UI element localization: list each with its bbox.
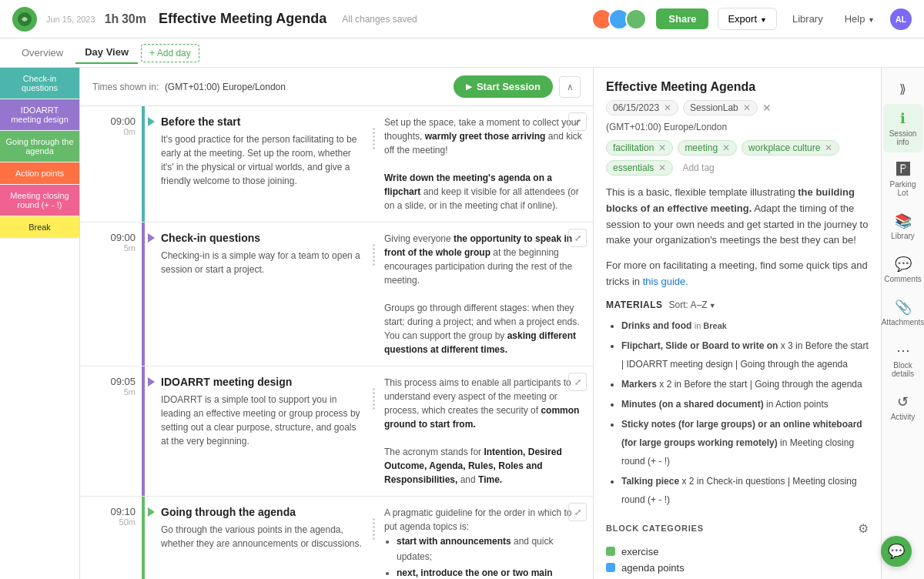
sidebar-item-idoarrt[interactable]: IDOARRT meeting design xyxy=(0,99,79,131)
add-day-button[interactable]: + Add day xyxy=(141,44,199,62)
tab-day-view[interactable]: Day View xyxy=(75,42,138,64)
tag-essentials: essentials ✕ xyxy=(606,160,673,176)
sidebar-item-action-points[interactable]: Action points xyxy=(0,162,79,185)
panel-icon-strip: ⟫ ℹ Session info 🅿 Parking Lot 📚 Library… xyxy=(881,68,924,579)
material-item-3: Markers x 2 in Before the start | Going … xyxy=(621,375,869,393)
panel-icon-library[interactable]: 📚 Library xyxy=(883,206,923,246)
panel-icon-parking-lot[interactable]: 🅿 Parking Lot xyxy=(883,156,923,203)
categories-settings-button[interactable]: ⚙ xyxy=(858,521,869,536)
block-content-3: Going through the agenda Go through the … xyxy=(155,497,593,579)
block-categories-header: BLOCK CATEGORIES ⚙ xyxy=(606,521,869,536)
date-close-button[interactable]: ✕ xyxy=(664,102,671,113)
material-item-1: Drinks and food in Break xyxy=(621,316,869,335)
drag-handle-2[interactable] xyxy=(370,376,378,487)
agenda-block-before-start: 09:00 0m Before the start It's good prac… xyxy=(80,106,593,223)
expand-button-2[interactable]: ⤢ xyxy=(568,373,587,391)
drag-handle-3[interactable] xyxy=(370,506,378,579)
block-time-3: 09:10 50m xyxy=(80,497,142,579)
avatar-group xyxy=(591,8,647,30)
tag-close-meeting[interactable]: ✕ xyxy=(722,142,730,153)
block-title-1: Check-in questions xyxy=(161,232,363,244)
panel-icon-comments[interactable]: 💬 Comments xyxy=(883,249,923,290)
expand-button-1[interactable]: ⤢ xyxy=(568,229,587,247)
start-session-button[interactable]: ▶ Start Session xyxy=(454,75,553,98)
user-avatar[interactable]: AL xyxy=(890,8,912,30)
guide-link[interactable]: this guide. xyxy=(643,276,688,287)
collapse-button[interactable]: ∧ xyxy=(559,76,581,98)
sidebar-item-check-in[interactable]: Check-in questions xyxy=(0,68,79,99)
block-desc-1: Checking-in is a simple way for a team t… xyxy=(161,249,363,276)
info-icon: ℹ xyxy=(900,110,906,127)
tag-close-facilitation[interactable]: ✕ xyxy=(658,142,666,153)
add-tag-button[interactable]: Add tag xyxy=(678,161,718,175)
sidebar-item-closing-round[interactable]: Meeting closing round (+ - !) xyxy=(0,185,79,216)
subnav: Overview Day View + Add day xyxy=(0,38,924,68)
panel-icon-activity[interactable]: ↺ Activity xyxy=(883,387,923,427)
panel-content: Effective Meeting Agenda 06/15/2023 ✕ Se… xyxy=(594,68,881,579)
block-right-0: Set up the space, take a moment to colle… xyxy=(384,115,587,213)
material-item-6: Talking piece x 2 in Check-in questions … xyxy=(621,472,869,509)
arrow-2 xyxy=(145,366,155,496)
block-right-2: This process aims to enable all particip… xyxy=(384,376,587,487)
tag-close-essentials[interactable]: ✕ xyxy=(658,162,666,173)
panel-meta: 06/15/2023 ✕ SessionLab ✕ ✕ xyxy=(606,100,869,115)
topbar-right: Share Export Library Help AL xyxy=(591,8,912,30)
block-right-1: Giving everyone the opportunity to speak… xyxy=(384,232,587,356)
meta-close-all-button[interactable]: ✕ xyxy=(762,102,772,114)
materials-header: MATERIALS Sort: A–Z xyxy=(606,300,869,310)
tag-meeting: meeting ✕ xyxy=(678,140,737,156)
help-button[interactable]: Help xyxy=(839,8,881,29)
block-left-3: Going through the agenda Go through the … xyxy=(161,506,363,579)
panel-title: Effective Meeting Agenda xyxy=(606,80,869,94)
sort-button[interactable]: Sort: A–Z xyxy=(669,300,716,310)
tags-row: facilitation ✕ meeting ✕ workplace cultu… xyxy=(606,140,869,176)
sidebar-item-break[interactable]: Break xyxy=(0,216,79,239)
drag-handle-1[interactable] xyxy=(370,232,378,356)
category-exercise: exercise xyxy=(606,544,869,560)
agenda-points-color-dot xyxy=(606,563,615,572)
arrow-1 xyxy=(145,223,155,366)
panel-icon-attachments[interactable]: 📎 Attachments xyxy=(883,293,923,333)
source-badge: SessionLab ✕ xyxy=(683,100,758,115)
block-title-2: IDOARRT meeting design xyxy=(161,376,363,388)
right-panel: Effective Meeting Agenda 06/15/2023 ✕ Se… xyxy=(593,68,924,579)
block-time-2: 09:05 5m xyxy=(80,366,142,496)
expand-button-3[interactable]: ⤢ xyxy=(568,503,587,521)
panel-guide-text: For more on facilitating a meeting, find… xyxy=(606,258,869,290)
block-details-icon: ⋯ xyxy=(896,342,910,359)
panel-description: This is a basic, flexible template illus… xyxy=(606,185,869,249)
expand-panel-button[interactable]: ⟫ xyxy=(895,77,911,101)
session-header: Times shown in: (GMT+01:00) Europe/Londo… xyxy=(80,68,593,106)
export-button[interactable]: Export xyxy=(718,8,777,30)
materials-label: MATERIALS xyxy=(606,300,663,310)
tag-close-workplace[interactable]: ✕ xyxy=(825,142,832,153)
panel-icon-block-details[interactable]: ⋯ Block details xyxy=(883,336,923,384)
logo-icon xyxy=(12,7,37,32)
block-title-0: Before the start xyxy=(161,115,363,128)
chat-button[interactable]: 💬 xyxy=(881,536,912,567)
date-display: Jun 15, 2023 xyxy=(46,13,95,25)
date-badge: 06/15/2023 ✕ xyxy=(606,100,678,115)
block-left-1: Check-in questions Checking-in is a simp… xyxy=(161,232,363,356)
material-item-2: Flipchart, Slide or Board to write on x … xyxy=(621,336,869,373)
tab-overview[interactable]: Overview xyxy=(12,42,72,63)
document-title: Effective Meeting Agenda xyxy=(159,11,326,27)
sidebar-item-agenda[interactable]: Going through the agenda xyxy=(0,131,79,162)
drag-handle-0[interactable] xyxy=(370,115,378,213)
library-button[interactable]: Library xyxy=(786,8,829,29)
tag-workplace: workplace culture ✕ xyxy=(742,140,839,156)
material-item-4: Minutes (on a shared document) in Action… xyxy=(621,395,869,413)
arrow-3 xyxy=(145,497,155,579)
block-left-2: IDOARRT meeting design IDOARRT is a simp… xyxy=(161,376,363,487)
tag-facilitation: facilitation ✕ xyxy=(606,140,673,156)
avatar-3 xyxy=(625,8,647,30)
agenda-block-check-in: 09:00 5m Check-in questions Checking-in … xyxy=(80,223,593,366)
expand-button-0[interactable]: ⤢ xyxy=(568,112,587,131)
chat-icon: 💬 xyxy=(888,543,905,560)
materials-list: Drinks and food in Break Flipchart, Slid… xyxy=(606,316,869,509)
saved-status: All changes saved xyxy=(342,14,417,25)
share-button[interactable]: Share xyxy=(656,8,708,29)
source-close-button[interactable]: ✕ xyxy=(743,102,751,113)
panel-icon-session-info[interactable]: ℹ Session info xyxy=(883,104,923,152)
topbar: Jun 15, 2023 1h 30m Effective Meeting Ag… xyxy=(0,0,924,38)
